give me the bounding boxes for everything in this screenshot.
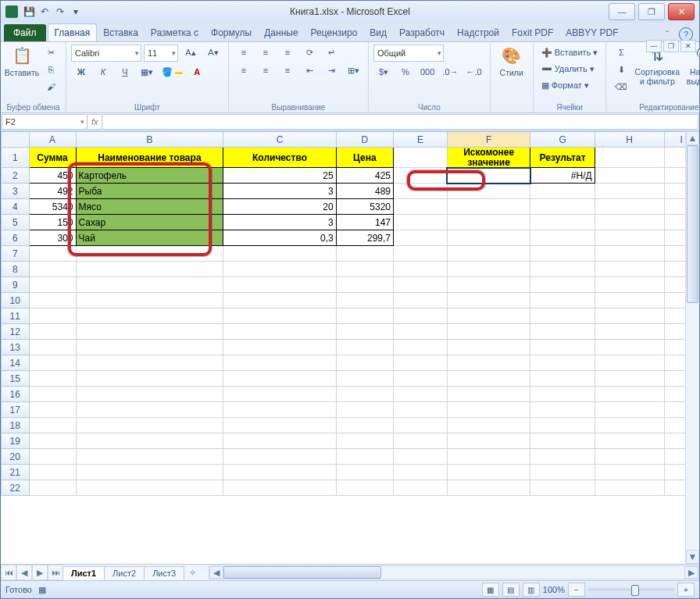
cell[interactable]: 489: [336, 184, 393, 199]
row-header[interactable]: 14: [2, 355, 30, 371]
tab-data[interactable]: Данные: [258, 24, 304, 41]
vertical-scrollbar[interactable]: ▲ ▼: [685, 131, 699, 564]
cell[interactable]: [530, 371, 595, 387]
cell[interactable]: [336, 449, 393, 465]
scroll-left-icon[interactable]: ◀: [209, 566, 223, 579]
cell[interactable]: [530, 277, 595, 293]
tab-abbyy[interactable]: ABBYY PDF: [559, 24, 624, 41]
number-format-combo[interactable]: Общий: [373, 45, 444, 62]
cell[interactable]: [336, 418, 393, 433]
increase-font-icon[interactable]: A▴: [180, 45, 201, 60]
cell[interactable]: [595, 262, 664, 277]
cell[interactable]: Результат: [530, 148, 595, 168]
cell[interactable]: [336, 355, 393, 371]
row-header[interactable]: 12: [2, 324, 30, 340]
cell[interactable]: Наименование товара: [76, 148, 223, 168]
zoom-in-button[interactable]: +: [677, 583, 695, 597]
cell[interactable]: [530, 340, 595, 355]
cell[interactable]: [223, 308, 336, 324]
cell[interactable]: [595, 371, 664, 387]
cells-insert-button[interactable]: ➕ Вставить ▾: [538, 45, 602, 60]
align-top-icon[interactable]: ≡: [234, 45, 254, 60]
row-header[interactable]: 8: [2, 262, 30, 277]
redo-icon[interactable]: ↷: [54, 5, 66, 18]
cell[interactable]: [76, 418, 223, 433]
row-header[interactable]: 17: [2, 402, 30, 418]
cell[interactable]: [29, 433, 76, 449]
col-header-B[interactable]: B: [76, 132, 223, 148]
cell[interactable]: [595, 293, 664, 308]
select-all-corner[interactable]: [2, 132, 30, 148]
cell[interactable]: [336, 387, 393, 402]
cell[interactable]: [393, 277, 447, 293]
cell[interactable]: [223, 277, 336, 293]
cell[interactable]: [447, 199, 530, 215]
cell[interactable]: [76, 433, 223, 449]
cell[interactable]: Количество: [223, 148, 336, 168]
name-box[interactable]: F2: [2, 114, 88, 130]
cell[interactable]: [76, 387, 223, 402]
cell[interactable]: [595, 324, 664, 340]
row-header[interactable]: 4: [2, 199, 30, 215]
cell[interactable]: [393, 387, 447, 402]
cell[interactable]: 299,7: [336, 230, 393, 246]
wb-restore-button[interactable]: ❐: [663, 40, 679, 52]
cell[interactable]: [393, 433, 447, 449]
cell[interactable]: 150: [29, 215, 76, 230]
cell-F2-selected[interactable]: [447, 168, 530, 184]
font-color-icon[interactable]: A: [187, 64, 207, 80]
hscroll-thumb[interactable]: [223, 566, 381, 579]
decrease-font-icon[interactable]: A▾: [203, 45, 223, 60]
col-header-G[interactable]: G: [530, 132, 595, 148]
cell[interactable]: [530, 418, 595, 433]
format-painter-icon[interactable]: 🖌: [41, 79, 61, 94]
page-break-view-icon[interactable]: ▥: [523, 583, 540, 597]
sheet-prev-icon[interactable]: ◀: [16, 565, 32, 580]
cell[interactable]: 300: [29, 230, 76, 246]
clear-icon[interactable]: ⌫: [611, 79, 631, 94]
cell[interactable]: [530, 230, 595, 246]
row-header[interactable]: 15: [2, 371, 30, 387]
cell[interactable]: 25: [223, 168, 336, 184]
cell[interactable]: [530, 215, 595, 230]
cell[interactable]: [29, 449, 76, 465]
cell[interactable]: 5320: [336, 199, 393, 215]
cell[interactable]: [29, 246, 76, 262]
horizontal-scrollbar[interactable]: ◀ ▶: [209, 565, 699, 579]
cell[interactable]: [29, 277, 76, 293]
scroll-down-icon[interactable]: ▼: [686, 550, 699, 564]
cell[interactable]: [223, 402, 336, 418]
cell[interactable]: [530, 355, 595, 371]
cell[interactable]: [76, 262, 223, 277]
vscroll-thumb[interactable]: [687, 145, 698, 303]
cell[interactable]: [447, 402, 530, 418]
align-middle-icon[interactable]: ≡: [255, 45, 276, 60]
cell[interactable]: [447, 277, 530, 293]
cell[interactable]: [447, 418, 530, 433]
cell[interactable]: [447, 293, 530, 308]
cell[interactable]: [336, 277, 393, 293]
cell[interactable]: [393, 324, 447, 340]
merge-icon[interactable]: ⊞▾: [343, 62, 363, 78]
zoom-level[interactable]: 100%: [543, 585, 565, 594]
cell[interactable]: [29, 387, 76, 402]
cell[interactable]: [336, 262, 393, 277]
cell[interactable]: [393, 465, 447, 480]
cell[interactable]: [530, 262, 595, 277]
cell[interactable]: [447, 340, 530, 355]
copy-icon[interactable]: ⎘: [41, 62, 61, 77]
border-icon[interactable]: ▦▾: [137, 64, 157, 80]
row-header[interactable]: 11: [2, 308, 30, 324]
cell[interactable]: [595, 418, 664, 433]
tab-addins[interactable]: Надстрой: [451, 24, 505, 41]
tab-insert[interactable]: Вставка: [97, 24, 145, 41]
row-header[interactable]: 7: [2, 246, 30, 262]
minimize-button[interactable]: —: [609, 3, 635, 20]
row-header[interactable]: 19: [2, 433, 30, 449]
cell[interactable]: [336, 246, 393, 262]
cell[interactable]: 147: [336, 215, 393, 230]
cell[interactable]: [447, 465, 530, 480]
cell[interactable]: [393, 230, 447, 246]
cell[interactable]: [530, 324, 595, 340]
cell[interactable]: [595, 449, 664, 465]
